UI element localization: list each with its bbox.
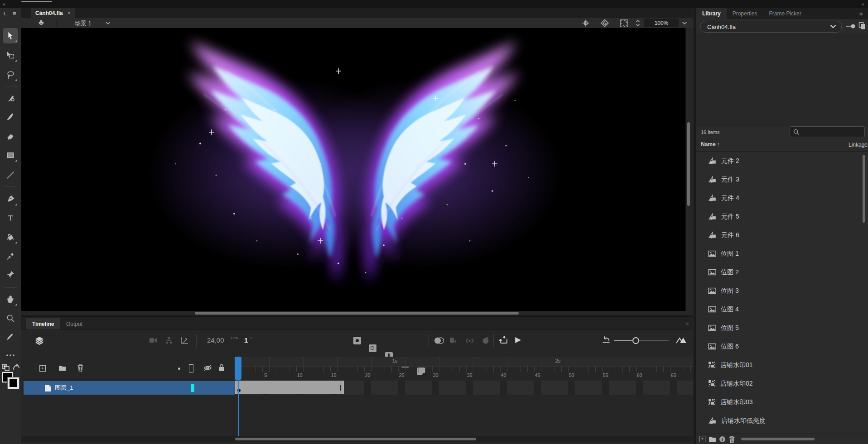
delete-item-button[interactable] — [728, 435, 735, 443]
column-divider[interactable] — [845, 140, 845, 150]
layer-stack-icon[interactable] — [35, 336, 44, 345]
classic-brush-tool[interactable] — [3, 109, 18, 124]
insert-keyframe-button[interactable] — [353, 337, 361, 344]
timeline-panel-menu-icon[interactable]: ≡ — [685, 320, 689, 326]
pin-library-icon[interactable] — [846, 24, 856, 29]
advanced-layers-icon[interactable] — [165, 337, 173, 344]
library-item[interactable]: 元件 4 — [696, 189, 868, 207]
stage-vertical-scrollbar[interactable] — [685, 28, 694, 311]
scene-chevron-icon[interactable] — [106, 22, 110, 25]
tab-frame-picker[interactable]: Frame Picker — [763, 8, 807, 19]
library-scrollbar-thumb[interactable] — [863, 155, 865, 223]
rotation-tool-icon[interactable] — [601, 19, 609, 27]
edit-multiple-frames-button[interactable] — [465, 337, 474, 345]
tab-timeline[interactable]: Timeline — [26, 318, 60, 329]
layer-frames-row[interactable] — [235, 381, 693, 395]
library-panel-menu-icon[interactable]: ≡ — [859, 10, 863, 17]
paste-frames-button[interactable] — [449, 337, 457, 345]
tab-output[interactable]: Output — [60, 318, 89, 329]
pencil-tool[interactable] — [3, 329, 18, 344]
eyedropper-tool[interactable] — [3, 248, 18, 264]
library-item[interactable]: 元件 5 — [696, 207, 868, 226]
item-properties-button[interactable]: i — [719, 436, 725, 442]
hand-tool[interactable] — [3, 291, 18, 307]
library-item[interactable]: 位图 6 — [696, 337, 868, 356]
zoom-level-input[interactable]: 100% — [644, 19, 679, 27]
stage[interactable] — [21, 28, 685, 311]
selection-tool[interactable] — [3, 28, 18, 43]
text-tool[interactable]: T — [3, 210, 18, 225]
library-item[interactable]: 位图 1 — [696, 244, 868, 263]
graph-editor-icon[interactable] — [181, 337, 188, 344]
stage-horizontal-scrollbar[interactable] — [21, 311, 685, 315]
timeline-zoom-slider-knob[interactable] — [632, 337, 639, 344]
document-tab[interactable]: Cánh04.fla × — [31, 8, 75, 18]
library-item[interactable]: 店铺水印低亮度 — [696, 411, 868, 430]
layer-row[interactable]: 图层_1 — [24, 381, 235, 395]
library-item-list[interactable]: 元件 2元件 3元件 4元件 5元件 6位图 1位图 2位图 3位图 4位图 5… — [696, 152, 868, 442]
scrollbar-thumb[interactable] — [235, 438, 476, 440]
hide-column-icon[interactable] — [203, 364, 212, 372]
library-item[interactable]: 店铺水印03 — [696, 393, 868, 411]
library-horizontal-scrollbar-thumb[interactable] — [741, 438, 815, 440]
library-item[interactable]: 元件 2 — [696, 152, 868, 170]
zoom-stepper[interactable] — [636, 19, 640, 27]
scene-clover-icon[interactable]: ♣ — [39, 18, 44, 27]
library-document-select[interactable]: Cánh04.fla — [700, 21, 842, 33]
library-item[interactable]: 店铺水印02 — [696, 374, 868, 393]
library-item[interactable]: 店铺水印01 — [696, 356, 868, 374]
scrollbar-thumb[interactable] — [195, 312, 519, 315]
tab-library[interactable]: Library — [696, 8, 727, 19]
lasso-tool[interactable] — [3, 67, 18, 82]
clip-content-icon[interactable] — [620, 19, 628, 27]
fps-value[interactable]: 24,00 — [207, 336, 224, 344]
new-folder-button[interactable] — [709, 436, 716, 442]
fluid-brush-tool[interactable] — [3, 90, 18, 105]
playhead[interactable] — [235, 357, 241, 380]
layer-outline-color-swatch[interactable] — [191, 384, 194, 392]
rectangle-tool[interactable] — [3, 148, 18, 163]
loop-frames-button[interactable] — [482, 337, 490, 345]
onion-skin-button[interactable] — [434, 337, 444, 344]
loop-playback-button[interactable] — [499, 336, 509, 345]
library-item[interactable]: 位图 2 — [696, 263, 868, 282]
paint-bucket-tool[interactable] — [3, 229, 18, 245]
library-item[interactable]: 位图 5 — [696, 319, 868, 337]
frame-span[interactable] — [235, 381, 344, 394]
timeline-zoom-slider-track[interactable] — [637, 340, 669, 341]
library-item[interactable]: 元件 3 — [696, 170, 868, 189]
timeline-zoom-slider-track[interactable] — [614, 340, 634, 341]
zoom-tool[interactable] — [3, 311, 18, 326]
frames-area[interactable]: 1s2s 5101520253035404550556065 — [235, 357, 693, 443]
stroke-color-swatch[interactable] — [8, 377, 19, 389]
new-folder-button[interactable] — [58, 365, 66, 371]
lock-column-icon[interactable] — [218, 363, 225, 372]
camera-icon[interactable] — [149, 337, 157, 344]
play-button[interactable]: ▶ — [515, 335, 521, 344]
center-stage-icon[interactable] — [582, 19, 589, 27]
reset-timeline-zoom-button[interactable] — [602, 336, 611, 345]
highlight-column-icon[interactable] — [178, 368, 180, 370]
current-frame-value[interactable]: 1 — [244, 336, 248, 344]
library-item[interactable]: 位图 3 — [696, 282, 868, 300]
scrollbar-thumb[interactable] — [687, 122, 690, 206]
subselection-tool[interactable] — [3, 48, 18, 63]
column-name-header[interactable]: Name ↑ — [701, 141, 720, 148]
insert-blank-keyframe-button[interactable] — [369, 344, 376, 352]
line-tool[interactable] — [3, 167, 18, 183]
zoom-chevron-icon[interactable] — [682, 22, 687, 25]
library-item[interactable]: 元件 6 — [696, 226, 868, 244]
timeline-horizontal-scrollbar[interactable] — [21, 436, 693, 442]
new-symbol-button[interactable]: + — [699, 436, 705, 442]
outline-column-icon[interactable] — [189, 364, 193, 372]
delete-layer-button[interactable] — [77, 364, 84, 372]
library-item[interactable]: 位图 4 — [696, 300, 868, 319]
library-search-input[interactable] — [790, 126, 865, 137]
tab-properties[interactable]: Properties — [727, 8, 763, 19]
new-layer-button[interactable]: + — [39, 365, 46, 372]
tools-panel-menu-icon[interactable]: ≡ — [13, 10, 16, 17]
pen-tool[interactable] — [3, 191, 18, 207]
new-library-panel-icon[interactable] — [858, 22, 866, 30]
column-linkage-header[interactable]: Linkage — [849, 142, 868, 148]
asset-warp-tool[interactable] — [3, 267, 18, 282]
